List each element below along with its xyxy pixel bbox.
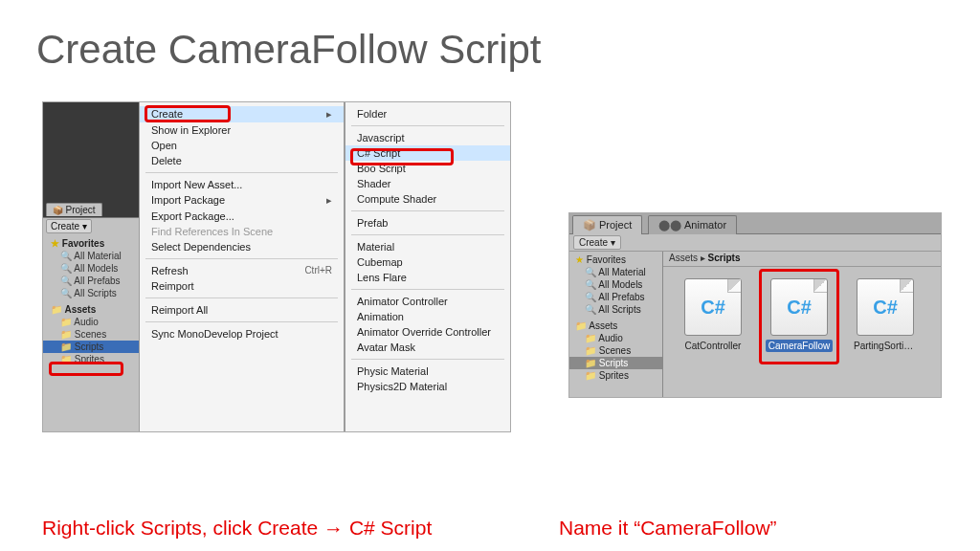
fav-item[interactable]: All Models <box>569 278 662 291</box>
menu-item: Find References In Scene <box>140 224 344 239</box>
asset-folder-scripts[interactable]: Scripts <box>43 341 139 353</box>
menu-separator <box>351 359 504 360</box>
editor-dark-bg <box>43 102 139 217</box>
fav-item[interactable]: All Material <box>43 250 139 262</box>
tab-animator[interactable]: ⬤⬤Animator <box>648 215 737 234</box>
menu-item[interactable]: Delete <box>140 153 344 168</box>
create-submenu: FolderJavascriptC# ScriptBoo ScriptShade… <box>345 102 510 431</box>
project-tree: Favorites All Material All Models All Pr… <box>569 252 663 397</box>
favorites-header[interactable]: Favorites <box>43 237 139 250</box>
favorites-header[interactable]: Favorites <box>569 253 662 266</box>
caption-right: Name it “CameraFollow” <box>559 517 777 540</box>
menu-item[interactable]: Reimport All <box>140 302 344 318</box>
menu-item[interactable]: Lens Flare <box>345 270 510 285</box>
assets-pane: Assets ▸ Scripts CatControllerCameraFoll… <box>663 252 941 397</box>
asset-label[interactable]: CameraFollow <box>766 340 833 352</box>
menu-item[interactable]: Import Package▸ <box>140 192 344 209</box>
menu-item[interactable]: Import New Asset... <box>140 177 344 192</box>
menu-item[interactable]: Select Dependencies <box>140 239 344 254</box>
toolbar: Create ▾ <box>569 234 941 252</box>
menu-item[interactable]: Physics2D Material <box>345 379 510 394</box>
asset-folder[interactable]: Scenes <box>43 328 139 341</box>
figure-right: 📦Project ⬤⬤Animator Create ▾ Favorites A… <box>568 212 942 398</box>
asset-label[interactable]: PartingSortin… <box>851 340 920 352</box>
menu-separator <box>145 258 338 259</box>
menu-separator <box>145 172 338 173</box>
script-asset[interactable]: CameraFollow <box>765 278 834 387</box>
asset-folder[interactable]: Scenes <box>569 344 662 357</box>
assets-header[interactable]: Assets <box>43 303 139 316</box>
menu-separator <box>351 289 504 290</box>
menu-item[interactable]: Material <box>345 239 510 254</box>
script-asset[interactable]: PartingSortin… <box>851 278 920 387</box>
menu-item[interactable]: Javascript <box>345 130 510 145</box>
menu-item[interactable]: Prefab <box>345 215 510 231</box>
asset-folder[interactable]: Audio <box>569 332 662 344</box>
menu-item[interactable]: Show in Explorer <box>140 122 344 138</box>
menu-item[interactable]: Open <box>140 138 344 153</box>
asset-folder[interactable]: Sprites <box>43 353 139 365</box>
menu-item[interactable]: Boo Script <box>345 161 510 176</box>
menu-item[interactable]: Export Package... <box>140 209 344 224</box>
menu-separator <box>145 321 338 322</box>
caption-left: Right-click Scripts, click Create → C# S… <box>42 517 492 540</box>
menu-item[interactable]: Avatar Mask <box>345 340 510 355</box>
csharp-icon <box>770 278 828 336</box>
fav-item[interactable]: All Prefabs <box>569 291 662 303</box>
assets-header[interactable]: Assets <box>569 320 662 332</box>
arrow-right-icon: → <box>323 518 344 540</box>
chevron-right-icon: ▸ <box>326 108 332 121</box>
csharp-icon <box>857 278 914 336</box>
menu-separator <box>145 298 338 298</box>
project-tree: Favorites All Material All Models All Pr… <box>43 237 139 431</box>
menu-item[interactable]: Animator Controller <box>345 294 510 309</box>
breadcrumb[interactable]: Assets ▸ Scripts <box>663 252 941 267</box>
slide-title: Create CameraFollow Script <box>0 0 980 73</box>
menu-item[interactable]: Physic Material <box>345 364 510 379</box>
chevron-right-icon: ▸ <box>326 194 332 207</box>
menu-separator <box>351 234 504 235</box>
tab-project[interactable]: 📦Project <box>572 215 642 234</box>
fav-item[interactable]: All Material <box>569 266 662 278</box>
tab-project[interactable]: Project <box>46 203 102 216</box>
script-asset[interactable]: CatController <box>679 278 747 387</box>
fav-item[interactable]: All Prefabs <box>43 275 139 287</box>
menu-item[interactable]: Reimport <box>140 278 344 294</box>
context-menu: Create▸Show in ExplorerOpenDeleteImport … <box>139 102 345 431</box>
menu-item[interactable]: Folder <box>345 106 510 121</box>
menu-item[interactable]: C# Script <box>345 145 510 161</box>
csharp-icon <box>684 278 742 336</box>
asset-folder[interactable]: Sprites <box>569 369 662 382</box>
asset-folder-scripts[interactable]: Scripts <box>569 357 662 369</box>
create-button[interactable]: Create ▾ <box>46 219 92 233</box>
menu-item[interactable]: Animation <box>345 309 510 324</box>
project-panel: Project Create ▾ Favorites All Material … <box>43 217 139 431</box>
tab-bar: 📦Project ⬤⬤Animator <box>569 213 941 234</box>
menu-separator <box>351 210 504 211</box>
menu-item[interactable]: Animator Override Controller <box>345 324 510 340</box>
menu-item[interactable]: Compute Shader <box>345 191 510 207</box>
menu-item[interactable]: Cubemap <box>345 254 510 270</box>
fav-item[interactable]: All Models <box>43 262 139 275</box>
menu-item[interactable]: RefreshCtrl+R <box>140 263 344 278</box>
menu-separator <box>351 125 504 126</box>
asset-label[interactable]: CatController <box>682 340 745 352</box>
fav-item[interactable]: All Scripts <box>569 303 662 316</box>
menu-item[interactable]: Shader <box>345 176 510 191</box>
create-button[interactable]: Create ▾ <box>573 235 621 250</box>
menu-item[interactable]: Create▸ <box>140 106 344 122</box>
asset-folder[interactable]: Audio <box>43 316 139 328</box>
fav-item[interactable]: All Scripts <box>43 287 139 299</box>
figure-left: Project Create ▾ Favorites All Material … <box>42 101 511 432</box>
menu-item[interactable]: Sync MonoDevelop Project <box>140 326 344 342</box>
